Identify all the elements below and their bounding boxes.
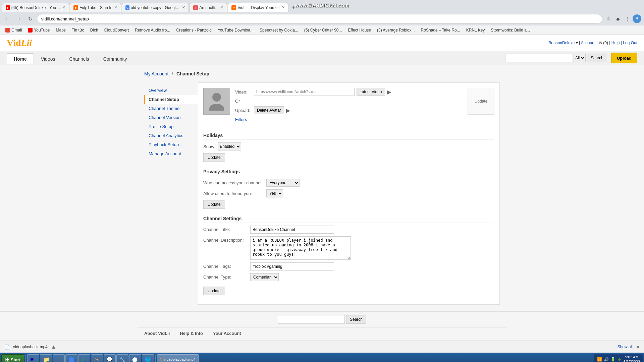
extensions-icon[interactable]: ◆ <box>614 15 622 23</box>
sidebar-item-channel-setup[interactable]: Channel Setup <box>144 95 198 104</box>
address-bar[interactable] <box>37 14 602 23</box>
bookmark-dich[interactable]: Dich <box>88 27 101 33</box>
friend-select[interactable]: Yes No <box>266 189 283 197</box>
nav-channels[interactable]: Channels <box>62 53 96 64</box>
bookmark-stormworks[interactable]: Stormworks: Build a... <box>488 27 533 33</box>
bookmark-removeaudio[interactable]: Remove Audio fro... <box>132 27 173 33</box>
new-tab-button[interactable]: + <box>289 3 299 12</box>
taskbar-app6-icon[interactable]: 💬 <box>104 354 116 362</box>
browser-tab-3[interactable]: G old youtube copy - Google Sea... ✕ <box>122 3 189 12</box>
snow-select[interactable]: Enabled Disabled <box>218 142 241 150</box>
taskbar-ie-icon[interactable]: e <box>27 354 39 362</box>
video-url-input[interactable] <box>254 88 355 96</box>
bookmark-ytdl[interactable]: YouTube Downloa... <box>215 27 256 33</box>
channel-tags-label: Channel Tags: <box>203 262 250 269</box>
bookmark-roshade[interactable]: RoShade – Take Ro... <box>418 27 463 33</box>
channel-tags-input[interactable] <box>250 262 334 270</box>
search-filter-select[interactable]: All <box>574 54 586 62</box>
taskbar-app7-icon[interactable]: 🔧 <box>116 354 128 362</box>
bookmark-gmail[interactable]: Gmail <box>3 27 24 33</box>
search-button[interactable]: Search <box>587 54 607 62</box>
back-button[interactable]: ← <box>3 14 12 23</box>
footer-search-button[interactable]: Search <box>346 315 366 324</box>
tab-close-2[interactable]: ✕ <box>114 5 117 10</box>
tab-close-4[interactable]: ✕ <box>220 5 223 10</box>
channel-type-select[interactable]: Comedian Gamer Musician Other <box>250 273 279 281</box>
sidebar-item-profile-setup[interactable]: Profile Setup <box>144 122 198 131</box>
nav-home[interactable]: Home <box>7 53 34 64</box>
close-download-bar[interactable]: ✕ <box>636 344 640 350</box>
filters-link[interactable]: Filters <box>235 117 247 122</box>
sidebar-item-overview[interactable]: Overview <box>144 86 198 95</box>
bookmark-cloudconvert[interactable]: CloudConvert <box>102 27 131 33</box>
bookmark-tintuc[interactable]: Tin tức <box>69 27 87 33</box>
taskbar-spotify-icon[interactable]: ♪ <box>78 354 90 362</box>
bookmark-icon[interactable]: ☆ <box>604 15 612 23</box>
settings-icon[interactable]: ⋮ <box>623 15 631 23</box>
reload-button[interactable]: ↻ <box>25 14 35 23</box>
bookmark-krnl[interactable]: KRNL Key <box>464 27 488 33</box>
show-all-downloads[interactable]: Show all <box>618 345 633 349</box>
download-chevron[interactable]: ▲ <box>51 344 56 350</box>
access-select[interactable]: Everyone Friends Only Private <box>266 179 300 187</box>
tab-close-3[interactable]: ✕ <box>182 5 185 10</box>
search-input[interactable] <box>505 54 572 62</box>
bookmark-youtube[interactable]: YouTube <box>25 27 52 33</box>
tray-warning-icon[interactable]: ⚠ <box>617 357 622 362</box>
forward-button[interactable]: → <box>14 14 23 23</box>
bookmark-effecthouse[interactable]: Effect House <box>345 27 374 33</box>
tray-clock[interactable]: 5:02 AM 6/17/2022 <box>624 355 640 362</box>
bookmark-speedtest[interactable]: Speedtest by Ookla... <box>257 27 301 33</box>
upload-label: Upload: <box>235 108 252 113</box>
browser-tab-5[interactable]: V VidLii - Display Yourself ✕ <box>228 3 288 12</box>
taskbar-media-icon[interactable]: 🎵 <box>53 354 65 362</box>
browser-tab-1[interactable]: ▶ (45) BensonDeluxe - YouTube ✕ <box>2 3 69 12</box>
username-link[interactable]: BensonDeluxe <box>548 41 575 45</box>
bookmark-panzoid[interactable]: Creations - Panzoid <box>174 27 214 33</box>
taskbar-chrome-icon[interactable]: ⬤ <box>65 354 77 362</box>
help-link[interactable]: Help <box>611 41 620 45</box>
channel-settings-update-button[interactable]: Update <box>203 287 225 295</box>
update-thumbnail-button[interactable]: Update <box>475 99 488 104</box>
browser-tab-2[interactable]: ▶ FulpTube - Sign In ✕ <box>70 3 121 12</box>
start-button[interactable]: ⊞ Start <box>1 354 24 362</box>
sidebar-item-playback-setup[interactable]: Playback Setup <box>144 140 198 149</box>
tab-close-5[interactable]: ✕ <box>282 5 285 10</box>
logout-link[interactable]: Log Out <box>623 41 637 45</box>
sidebar-item-channel-analytics[interactable]: Channel Analytics <box>144 131 198 140</box>
browser-tab-4[interactable]: ! An unoffi... ✕ <box>190 3 227 12</box>
latest-video-button[interactable]: Latest Video <box>357 88 385 96</box>
bookmark-roblox[interactable]: (3) Average Roblox... <box>374 27 418 33</box>
arrow-right-1[interactable]: ▶ <box>387 89 391 95</box>
bookmark-maps[interactable]: Maps <box>53 27 68 33</box>
tab-close-1[interactable]: ✕ <box>62 5 65 10</box>
taskbar-steam-icon[interactable]: 🎮 <box>91 354 103 362</box>
holidays-update-button[interactable]: Update <box>203 153 225 162</box>
channel-title-input[interactable] <box>250 226 334 234</box>
taskbar-app8-icon[interactable]: ⬤ <box>129 354 141 362</box>
taskbar-window-label: videoplayback.mp4 <box>164 357 196 361</box>
taskbar-explorer-icon[interactable]: 📁 <box>40 354 52 362</box>
channel-description-input[interactable]: i am a ROBLOX player i joined and starte… <box>250 236 351 260</box>
breadcrumb-parent[interactable]: My Account <box>144 71 168 76</box>
sidebar-item-channel-version[interactable]: Channel Version <box>144 113 198 122</box>
tray-network-icon[interactable]: 📶 <box>597 357 602 362</box>
nav-videos[interactable]: Videos <box>34 53 62 64</box>
bookmark-cybercritter[interactable]: (5) Cyber Critter 90... <box>302 27 345 33</box>
taskbar-vidlii-window[interactable]: V videoplayback.mp4 <box>157 354 199 362</box>
svg-point-0 <box>212 93 221 102</box>
profile-avatar[interactable]: B <box>633 14 641 23</box>
privacy-update-button[interactable]: Update <box>203 200 225 209</box>
tray-battery-icon[interactable]: 🔋 <box>610 357 615 362</box>
footer-search-input[interactable] <box>278 315 345 324</box>
delete-avatar-button[interactable]: Delete Avatar <box>254 106 284 114</box>
taskbar-app9-icon[interactable]: 🌐 <box>142 354 154 362</box>
account-link[interactable]: Account <box>581 41 595 45</box>
sidebar-item-channel-theme[interactable]: Channel Theme <box>144 104 198 113</box>
nav-community[interactable]: Community <box>96 53 134 64</box>
upload-button[interactable]: Upload <box>611 53 637 63</box>
vidlii-logo[interactable]: VidLii <box>7 38 32 48</box>
tray-volume-icon[interactable]: 🔊 <box>603 357 609 362</box>
arrow-right-2[interactable]: ▶ <box>286 107 290 114</box>
sidebar-item-manage-account[interactable]: Manage Account <box>144 149 198 158</box>
